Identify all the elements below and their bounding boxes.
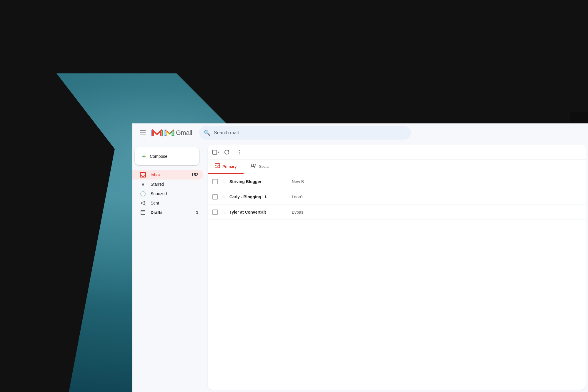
inbox-icon xyxy=(140,172,146,177)
sidebar: + Compose Inbox 152 ★ Starred xyxy=(132,142,208,392)
email-star-2[interactable]: ☆ xyxy=(221,194,226,200)
inbox-count: 152 xyxy=(191,172,198,177)
select-all-container[interactable]: ▾ xyxy=(212,150,219,155)
svg-point-18 xyxy=(239,152,240,153)
email-toolbar: ▾ xyxy=(208,145,586,160)
compose-plus-icon: + xyxy=(142,152,146,161)
more-dots-icon xyxy=(239,150,240,155)
gmail-m-icon xyxy=(151,128,163,137)
email-row[interactable]: ☆ Tyler at ConvertKit Bypas xyxy=(208,205,586,220)
email-sender-2: Carly - Blogging Li. xyxy=(229,195,288,199)
primary-tab-icon xyxy=(215,163,220,169)
inbox-label: Inbox xyxy=(151,172,161,177)
social-tab-label: Social xyxy=(259,164,269,169)
email-star-3[interactable]: ☆ xyxy=(221,209,226,215)
sidebar-item-snoozed[interactable]: 🕐 Snoozed xyxy=(132,189,203,198)
sidebar-item-sent[interactable]: Sent xyxy=(132,198,203,208)
compose-button[interactable]: + Compose xyxy=(135,147,199,165)
email-preview-3: Bypas xyxy=(292,210,581,215)
compose-label: Compose xyxy=(150,154,167,159)
more-options-button[interactable] xyxy=(234,147,245,158)
tab-social[interactable]: Social xyxy=(244,160,276,174)
social-tab-icon xyxy=(251,163,256,169)
gmail-body: + Compose Inbox 152 ★ Starred xyxy=(132,142,588,392)
svg-point-17 xyxy=(239,150,240,151)
primary-tab-label: Primary xyxy=(222,164,236,169)
tabs-bar: Primary Social xyxy=(208,160,586,174)
email-preview-2: I don't xyxy=(292,195,581,199)
drafts-count: 1 xyxy=(196,210,198,215)
email-list-area: ▾ xyxy=(208,145,586,390)
gmail-header: Gmail 🔍 Search mail xyxy=(132,123,588,142)
email-checkbox-3[interactable] xyxy=(212,210,218,215)
sidebar-item-starred[interactable]: ★ Starred xyxy=(132,180,203,189)
drafts-label: Drafts xyxy=(151,210,162,215)
gmail-logo-icon xyxy=(164,129,175,137)
email-sender-3: Tyler at ConvertKit xyxy=(229,210,288,215)
refresh-icon xyxy=(224,150,229,155)
sidebar-item-drafts[interactable]: Drafts 1 xyxy=(132,208,203,217)
email-row[interactable]: ☆ Striving Blogger New B xyxy=(208,174,586,189)
star-icon: ★ xyxy=(140,181,146,187)
search-icon: 🔍 xyxy=(204,130,210,136)
sent-label: Sent xyxy=(151,201,159,205)
gmail-screen: Gmail 🔍 Search mail + Compose xyxy=(132,123,588,392)
refresh-button[interactable] xyxy=(221,147,232,158)
search-placeholder-text: Search mail xyxy=(214,130,239,135)
email-preview-1: New B xyxy=(292,179,581,184)
select-all-checkbox[interactable] xyxy=(212,150,217,155)
gmail-logo-text: Gmail xyxy=(176,129,192,137)
sidebar-item-inbox[interactable]: Inbox 152 xyxy=(132,170,203,180)
sent-icon xyxy=(140,201,146,205)
email-checkbox-2[interactable] xyxy=(212,194,218,200)
select-dropdown-icon[interactable]: ▾ xyxy=(218,150,219,154)
svg-rect-14 xyxy=(141,210,145,215)
snoozed-icon: 🕐 xyxy=(140,191,146,197)
gmail-logo: Gmail xyxy=(151,128,192,137)
starred-label: Starred xyxy=(151,182,164,187)
svg-point-19 xyxy=(239,153,240,154)
email-checkbox-1[interactable] xyxy=(212,179,218,184)
tab-primary[interactable]: Primary xyxy=(208,160,244,174)
menu-button[interactable] xyxy=(137,127,149,139)
drafts-icon xyxy=(140,210,146,215)
search-bar[interactable]: 🔍 Search mail xyxy=(199,126,411,140)
email-star-1[interactable]: ☆ xyxy=(221,178,226,185)
snoozed-label: Snoozed xyxy=(151,191,167,196)
email-sender-1: Striving Blogger xyxy=(229,179,288,184)
email-row[interactable]: ☆ Carly - Blogging Li. I don't xyxy=(208,189,586,205)
